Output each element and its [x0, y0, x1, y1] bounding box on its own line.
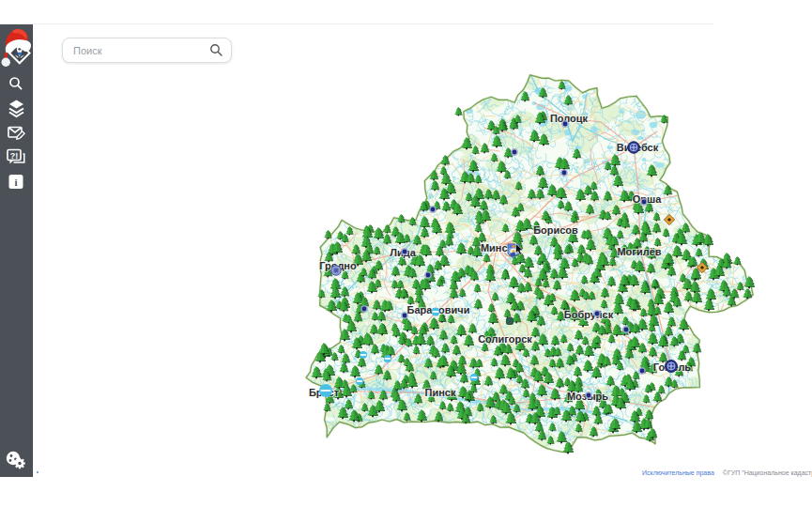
svg-text:?!: ?!	[10, 151, 19, 161]
svg-text:Борисов: Борисов	[533, 224, 578, 236]
svg-text:Бобруйск: Бобруйск	[564, 309, 614, 320]
svg-text:Солигорск: Солигорск	[478, 333, 532, 345]
svg-text:Пинск: Пинск	[425, 387, 456, 398]
svg-text:i: i	[14, 177, 17, 188]
svg-text:Полоцк: Полоцк	[550, 113, 589, 124]
svg-text:Могилёв: Могилёв	[617, 246, 661, 257]
